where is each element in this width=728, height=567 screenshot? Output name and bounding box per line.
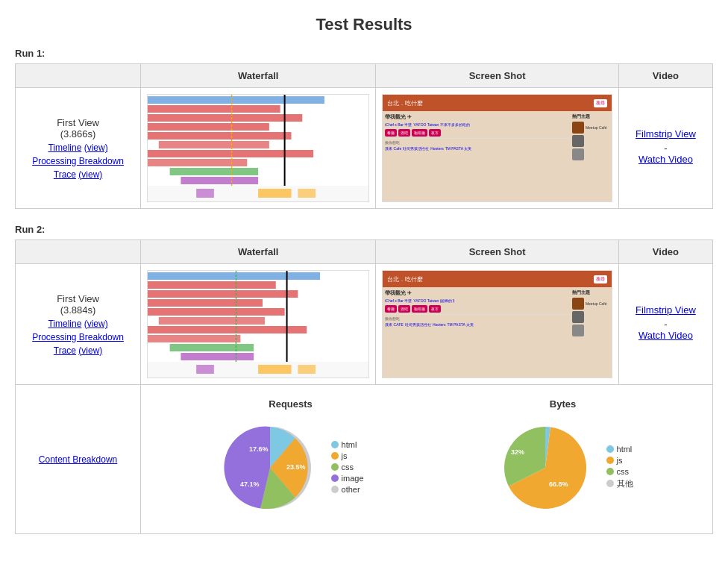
run2-trace-row: Trace (view): [22, 345, 134, 356]
run2-timeline-link[interactable]: Timeline: [48, 319, 81, 329]
requests-legend-css: css: [331, 463, 364, 472]
run2-ss-si2-img: [572, 311, 584, 323]
svg-rect-22: [148, 326, 307, 333]
requests-legend-js-label: js: [342, 451, 348, 460]
run1-timeline-view-link[interactable]: (view): [84, 142, 108, 153]
run2-waterfall-cell: [141, 264, 376, 385]
run2-ss-si3-img: [572, 325, 584, 336]
requests-chart-wrapper: Requests: [154, 398, 427, 520]
run1-timeline-link[interactable]: Timeline: [48, 142, 81, 153]
run1-ss-section: 換你想吃: [385, 138, 570, 145]
svg-rect-24: [170, 344, 254, 351]
run1-label: Run 1:: [15, 48, 713, 59]
svg-text:32%: 32%: [511, 448, 524, 456]
svg-rect-18: [148, 290, 298, 298]
run2-trace-link[interactable]: Trace: [54, 345, 76, 356]
run1-row: First View (3.866s) Timeline (view) Proc…: [16, 88, 713, 209]
requests-legend-html-dot: [331, 441, 339, 448]
bytes-legend-js-label: js: [617, 456, 623, 465]
run1-ss-si3: [572, 148, 609, 160]
run2-ss-si1: Meetup Café: [572, 298, 609, 310]
run1-ss-link2: YAFOO Taiwan: [413, 122, 439, 127]
run1-processing-row: Processing Breakdown: [22, 156, 134, 166]
run2-empty-header: [16, 240, 141, 264]
svg-rect-4: [148, 132, 292, 140]
run1-ss-link3: 不來不多多的吃的: [440, 122, 470, 127]
svg-rect-2: [148, 114, 302, 122]
svg-rect-9: [181, 177, 259, 184]
bytes-chart-title: Bytes: [427, 398, 699, 410]
run2-processing-link[interactable]: Processing Breakdown: [32, 332, 124, 342]
run2-ss-sidebar-items: Meetup Café: [572, 298, 609, 336]
run1-filmstrip-link[interactable]: Filmstrip View: [625, 128, 706, 140]
run2-ss-bottom: 漢來 CAFE 吐司男孩活性社 Hooters TM PASTA 太美: [385, 322, 570, 327]
run2-ss-b3: Hooters: [433, 322, 446, 327]
run1-ss-si3-img: [572, 148, 584, 160]
svg-rect-1: [148, 105, 280, 113]
run2-info-cell: First View (3.884s) Timeline (view) Proc…: [16, 264, 141, 385]
run1-table: Waterfall Screen Shot Video First View (…: [15, 63, 713, 209]
svg-rect-5: [159, 141, 269, 148]
run2-watch-link[interactable]: Watch Video: [625, 330, 706, 341]
run2-video-separator: -: [664, 319, 667, 330]
run2-trace-view-link[interactable]: (view): [78, 345, 102, 356]
run1-waterfall-header: Waterfall: [141, 64, 376, 88]
run1-trace-view-link[interactable]: (view): [78, 169, 102, 180]
requests-legend-other-label: other: [342, 485, 360, 494]
run2-label: Run 2:: [15, 224, 713, 235]
svg-rect-17: [148, 281, 276, 289]
svg-rect-19: [148, 299, 263, 307]
run2-video-header: Video: [618, 240, 712, 264]
run1-ss-b4: TM PASTA 太美: [445, 146, 471, 151]
run1-ss-sidebar-title: 熱門主題: [572, 113, 609, 120]
requests-pie-and-legend: 17.6% 23.5% 47.1% html: [154, 416, 427, 520]
run2-ss-b4: TM PASTA 太美: [447, 322, 473, 327]
run1-trace-link[interactable]: Trace: [54, 169, 76, 180]
requests-legend-other: other: [331, 485, 364, 494]
run2-ss-si1-label: Meetup Café: [586, 301, 607, 306]
bytes-legend-other-label: 其他: [617, 478, 633, 489]
run2-timeline-view-link[interactable]: (view): [84, 319, 108, 329]
run1-watch-link[interactable]: Watch Video: [625, 154, 706, 165]
svg-rect-0: [148, 96, 324, 104]
run2-ss-title1: 帶我觀光 ✈: [385, 289, 570, 297]
run2-ss-links: iChef x Bar 半壁 YAFOO Taiwan (超棒的!): [385, 298, 570, 303]
bytes-legend-css: css: [606, 467, 633, 476]
run1-ss-btn4: 夜市: [429, 129, 441, 137]
run1-ss-si2: [572, 135, 609, 147]
run2-screenshot-cell: 台北．吃什麼 搜尋 帶我觀光 ✈ iChef x Bar 半壁 YAFOO Ta…: [376, 264, 619, 385]
run2-ss-main: 帶我觀光 ✈ iChef x Bar 半壁 YAFOO Taiwan (超棒的!…: [385, 289, 570, 336]
bytes-legend-other-dot: [606, 480, 614, 487]
run1-ss-header-text: 台北．吃什麼: [387, 99, 423, 107]
run2-video-cell: Filmstrip View - Watch Video: [618, 264, 712, 385]
run2-ss-header: 台北．吃什麼 搜尋: [383, 271, 612, 287]
run1-video-cell: Filmstrip View - Watch Video: [618, 88, 712, 209]
svg-rect-13: [196, 189, 214, 198]
run2-ss-btn3: 咖啡廳: [412, 305, 427, 313]
bytes-legend-html-dot: [606, 445, 614, 453]
run1-processing-link[interactable]: Processing Breakdown: [32, 156, 124, 166]
requests-legend-image-label: image: [342, 474, 364, 483]
run2-filmstrip-link[interactable]: Filmstrip View: [625, 304, 706, 316]
run1-screenshot-cell: 台北．吃什麼 搜尋 帶我觀光 ✈ iChef x Bar 半壁 YAFOO Ta…: [376, 88, 619, 209]
requests-legend-css-label: css: [342, 463, 354, 472]
run1-ss-link1: iChef x Bar 半壁: [385, 122, 412, 127]
svg-rect-25: [181, 353, 254, 360]
svg-text:17.6%: 17.6%: [249, 445, 269, 453]
run2-charts-cell: Requests: [141, 385, 713, 534]
run1-section: Run 1: Waterfall Screen Shot Video First…: [15, 48, 713, 209]
bytes-legend-css-dot: [606, 468, 614, 475]
run2-ss-sidebar: 熱門主題 Meetup Café: [572, 289, 609, 336]
run2-ss-btn2: 酒吧: [398, 305, 410, 313]
svg-rect-20: [148, 308, 285, 316]
bytes-pie-and-legend: 32% 66.8% html: [427, 416, 699, 520]
run2-screenshot-header: Screen Shot: [376, 240, 619, 264]
page-title: Test Results: [15, 15, 713, 34]
requests-legend-image-dot: [331, 474, 339, 482]
run2-table: Waterfall Screen Shot Video First View (…: [15, 239, 713, 534]
run1-ss-sidebar: 熱門主題 Meetup Café: [572, 113, 609, 160]
run2-waterfall-chart: [147, 270, 369, 378]
run1-view-time: (3.866s): [22, 128, 134, 140]
run2-section: Run 2: Waterfall Screen Shot Video First…: [15, 224, 713, 534]
content-breakdown-link[interactable]: Content Breakdown: [39, 454, 117, 465]
